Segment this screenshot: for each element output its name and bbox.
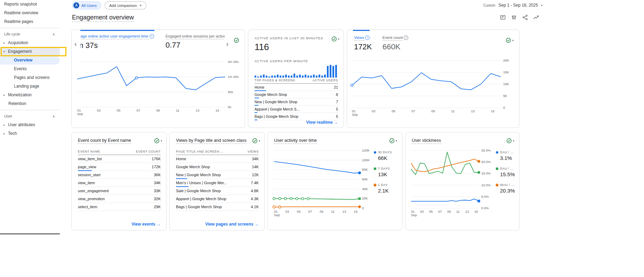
metric-title[interactable]: Event count <box>383 35 403 41</box>
legend-entry[interactable]: 1 DAY 2.1K <box>374 183 392 194</box>
metric-value: 660K <box>383 42 408 51</box>
card-title[interactable]: User stickiness <box>412 138 441 144</box>
svg-text:13: 13 <box>196 108 200 112</box>
carousel-right-arrow[interactable]: › <box>226 40 228 47</box>
sidebar-item-acquisition[interactable]: ▸Acquisition <box>0 39 60 47</box>
legend-entry[interactable]: 30 DAYS 66K <box>374 150 392 161</box>
event-row[interactable]: session_start36K <box>78 171 161 179</box>
data-quality-badge[interactable]: ▾ <box>389 138 397 144</box>
metric-title[interactable]: Views <box>354 35 364 41</box>
tab-event-count[interactable]: Event count? 660K <box>383 35 408 51</box>
legend-entry[interactable]: DAU / MAU 3.1% <box>496 150 516 161</box>
chevron-up-icon[interactable]: ∧ <box>53 112 55 121</box>
page-row[interactable]: New | Google Merch Shop12K <box>176 171 259 179</box>
insights-icon[interactable] <box>533 14 539 21</box>
sidebar-item-engagement-overview[interactable]: Overview <box>0 56 60 65</box>
section-header-user[interactable]: User ∧ <box>0 112 60 121</box>
page-row[interactable]: Men's / Unisex | Google Mer...7.4K <box>176 179 259 187</box>
window-bottom-edge <box>0 234 60 234</box>
column-header: TOP PAGES & SCREENS <box>255 79 295 82</box>
card-engagement-metrics: ‹ › Average online active user engagemen… <box>71 30 245 128</box>
section-header-label: User <box>4 114 12 118</box>
chevron-up-icon[interactable]: ∧ <box>53 30 55 39</box>
card-title[interactable]: Event count by Event name <box>78 138 131 144</box>
customize-report-icon[interactable] <box>511 14 517 21</box>
page-row[interactable]: Home34K <box>176 155 259 163</box>
check-circle-icon <box>506 138 512 144</box>
sidebar-item-monetization[interactable]: ▸Monetization <box>0 91 60 99</box>
add-comparison-chip[interactable]: Add comparison + <box>105 1 146 9</box>
data-quality-badge[interactable]: ▾ <box>506 138 514 144</box>
event-row[interactable]: page_view172K <box>78 163 161 171</box>
caret-down-icon: ▾ <box>396 139 397 142</box>
section-header-life-cycle[interactable]: Life cycle ∧ <box>0 30 60 39</box>
legend-entry[interactable]: 7 DAYS 13K <box>374 167 392 177</box>
metric-title[interactable]: Average online active user engagement ti… <box>80 34 148 39</box>
event-row[interactable]: view_item_list176K <box>78 155 161 163</box>
help-icon[interactable]: ? <box>365 35 370 40</box>
sidebar-item-realtime-overview[interactable]: Realtime overview <box>0 9 60 17</box>
comparison-chips: A All Users Add comparison + <box>72 1 146 9</box>
svg-text:15K: 15K <box>503 70 509 74</box>
metric-engagement-time[interactable]: Average online active user engagement ti… <box>80 34 160 50</box>
sidebar-item-engagement[interactable]: ▾Engagement <box>0 47 60 56</box>
metric-title[interactable]: Engaged online sessions per active <box>166 34 225 39</box>
card-title[interactable]: Views by Page title and screen class <box>176 138 247 144</box>
chevron-down-icon: ▾ <box>3 47 8 56</box>
sidebar-item-tech[interactable]: ▸Tech <box>0 129 60 138</box>
caret-down-icon: ▾ <box>512 39 514 42</box>
pages-table: PAGE TITLE AND SCREEN ... VIEWS Home34K … <box>176 150 259 211</box>
tab-views[interactable]: Views? 172K <box>354 35 372 51</box>
sidebar-item-retention[interactable]: Retention <box>0 99 60 108</box>
svg-text:60K: 60K <box>362 177 368 181</box>
data-quality-badge[interactable]: ▾ <box>154 138 162 144</box>
legend-entry[interactable]: DAU / WAU 15.5% <box>496 167 516 177</box>
realtime-row[interactable]: Apparel | Google Merch S...5 <box>255 106 338 113</box>
svg-text:0s: 0s <box>228 105 231 109</box>
realtime-row[interactable]: Google Merch Shop8 <box>255 91 338 98</box>
help-icon[interactable]: ? <box>404 35 408 40</box>
sidebar-item-reports-snapshot[interactable]: Reports snapshot <box>0 0 60 9</box>
all-users-chip[interactable]: A All Users <box>72 1 101 9</box>
caret-down-icon: ▾ <box>541 4 542 7</box>
svg-text:0: 0 <box>503 106 505 109</box>
sidebar-item-events[interactable]: Events <box>0 65 60 73</box>
metric-engaged-sessions[interactable]: Engaged online sessions per active 0.77 <box>166 34 225 50</box>
card-title[interactable]: User activity over time <box>274 138 317 144</box>
data-quality-badge[interactable]: ▾ <box>506 38 514 43</box>
data-quality-badge[interactable]: ▾ <box>331 36 339 42</box>
carousel-left-arrow[interactable]: ‹ <box>74 40 77 47</box>
share-report-icon[interactable] <box>522 14 528 21</box>
data-quality-badge[interactable]: ▾ <box>252 138 260 144</box>
realtime-row[interactable]: Home21 <box>255 84 338 91</box>
sidebar-item-user-attributes[interactable]: ▸User attributes <box>0 121 60 129</box>
page-row[interactable]: Sale | Google Merch Shop4.8K <box>176 187 259 195</box>
event-row[interactable]: view_promotion32K <box>78 195 161 203</box>
view-pages-and-screens-link[interactable]: View pages and screens → <box>205 222 259 227</box>
ga4-engagement-overview-page: Reports snapshot Realtime overview Realt… <box>0 0 644 277</box>
event-row[interactable]: view_item34K <box>78 179 161 187</box>
page-title[interactable]: Engagement overview <box>72 14 134 22</box>
data-quality-badge[interactable] <box>234 38 239 43</box>
page-row[interactable]: Apparel | Google Merch Shop4.3K <box>176 195 259 203</box>
page-row[interactable]: Google Merch Shop14K <box>176 163 259 171</box>
help-icon[interactable]: ? <box>150 34 154 39</box>
sidebar-item-realtime-pages[interactable]: Realtime pages <box>0 17 60 26</box>
event-row[interactable]: select_item29K <box>78 203 161 211</box>
sidebar-item-pages-and-screens[interactable]: Pages and screens <box>0 73 60 82</box>
report-notes-icon[interactable] <box>500 14 506 21</box>
user-activity-legend: 30 DAYS 66K 7 DAYS 13K 1 DAY 2.1K <box>374 150 392 199</box>
page-title-wrap: Engagement overview <box>72 14 134 21</box>
date-range-picker[interactable]: Custom Sep 1 - Sep 16, 2025 ▾ <box>483 1 542 9</box>
page-row[interactable]: Bags | Google Merch Shop4.1K <box>176 203 259 211</box>
realtime-row[interactable]: New | Google Merch Shop7 <box>255 98 338 106</box>
legend-entry[interactable]: WAU / MAU 20.3% <box>496 183 516 194</box>
view-realtime-link[interactable]: View realtime → <box>306 120 338 125</box>
svg-text:Sep: Sep <box>411 213 417 217</box>
event-row[interactable]: user_engagement33K <box>78 187 161 195</box>
realtime-row[interactable]: Bags | Google Merch Shop5 <box>255 113 338 120</box>
view-events-link[interactable]: View events → <box>131 222 161 227</box>
sidebar-item-landing-page[interactable]: Landing page <box>0 82 60 91</box>
sidebar-item-label: Overview <box>14 58 32 63</box>
plus-icon: + <box>139 3 142 8</box>
